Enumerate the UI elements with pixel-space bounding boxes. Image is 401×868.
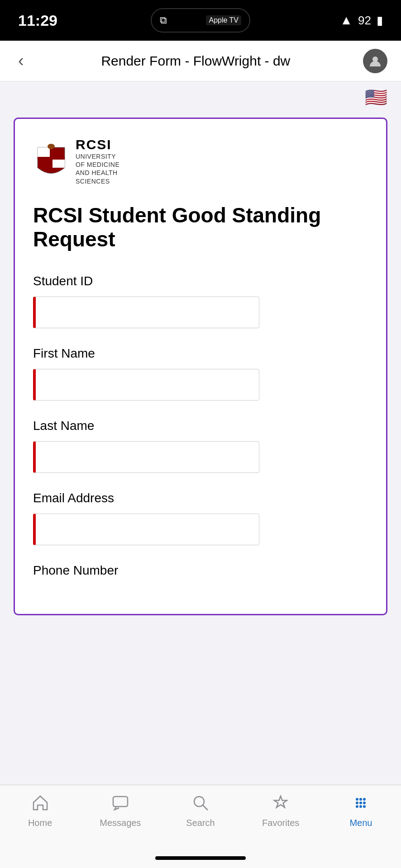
menu-icon: [351, 793, 370, 814]
search-label: Search: [186, 818, 215, 828]
svg-point-6: [48, 144, 51, 147]
back-button[interactable]: ‹: [14, 47, 29, 75]
menu-label: Menu: [349, 818, 372, 828]
messages-icon: [111, 793, 130, 814]
home-bar: [155, 856, 246, 860]
svg-rect-1: [38, 147, 51, 157]
di-overlap-icon: ⧉: [160, 14, 167, 26]
first-name-input[interactable]: [33, 369, 259, 401]
logo-text: RCSI UNIVERSITYOF MEDICINEAND HEALTHSCIE…: [76, 137, 119, 185]
dynamic-island: ⧉ Apple TV: [151, 8, 250, 33]
svg-point-15: [359, 802, 362, 804]
user-avatar[interactable]: [363, 49, 387, 73]
home-indicator: [0, 848, 401, 868]
rcsi-label: RCSI: [76, 137, 119, 152]
messages-label: Messages: [100, 818, 141, 828]
favorites-label: Favorites: [262, 818, 299, 828]
student-id-field-group: Student ID: [33, 274, 368, 328]
tab-messages[interactable]: Messages: [80, 793, 160, 828]
svg-point-9: [194, 797, 204, 807]
svg-rect-3: [50, 147, 53, 172]
last-name-label: Last Name: [33, 419, 368, 433]
last-name-field-group: Last Name: [33, 419, 368, 473]
svg-point-19: [363, 805, 366, 808]
flag-bar: 🇺🇸: [0, 81, 401, 113]
status-time: 11:29: [18, 12, 57, 29]
svg-rect-4: [38, 157, 65, 160]
nav-title: Render Form - FlowWright - dw: [29, 53, 363, 69]
email-field-group: Email Address: [33, 491, 368, 545]
tab-menu[interactable]: Menu: [321, 793, 401, 828]
search-icon: [191, 793, 210, 814]
us-flag[interactable]: 🇺🇸: [365, 87, 387, 108]
svg-point-5: [48, 144, 55, 149]
email-input[interactable]: [33, 514, 259, 545]
battery-level: 92: [358, 14, 371, 28]
svg-point-17: [356, 805, 358, 808]
wifi-icon: ▲: [340, 13, 353, 28]
coat-of-arms-icon: [33, 143, 69, 179]
svg-rect-8: [113, 797, 128, 807]
svg-point-7: [51, 144, 54, 147]
tab-bar: Home Messages Search Favorites: [0, 785, 401, 848]
tab-search[interactable]: Search: [160, 793, 240, 828]
svg-point-14: [356, 802, 358, 804]
nav-bar: ‹ Render Form - FlowWright - dw: [0, 41, 401, 81]
svg-point-11: [356, 798, 358, 801]
student-id-input[interactable]: [33, 297, 259, 328]
di-appletv-label: Apple TV: [206, 15, 241, 25]
rcsi-subtitle: UNIVERSITYOF MEDICINEAND HEALTHSCIENCES: [76, 152, 119, 185]
favorites-icon: [271, 793, 290, 814]
rcsi-logo: RCSI UNIVERSITYOF MEDICINEAND HEALTHSCIE…: [33, 137, 119, 185]
status-bar: 11:29 ⧉ Apple TV ▲ 92 ▮: [0, 0, 401, 41]
dynamic-island-area: ⧉ Apple TV: [151, 8, 250, 33]
tab-favorites[interactable]: Favorites: [241, 793, 321, 828]
student-id-label: Student ID: [33, 274, 368, 288]
main-content: RCSI UNIVERSITYOF MEDICINEAND HEALTHSCIE…: [0, 113, 401, 785]
logo-area: RCSI UNIVERSITYOF MEDICINEAND HEALTHSCIE…: [33, 137, 368, 185]
svg-point-12: [359, 798, 362, 801]
first-name-field-group: First Name: [33, 346, 368, 401]
phone-field-group: Phone Number: [33, 563, 368, 578]
svg-point-18: [359, 805, 362, 808]
svg-line-10: [203, 805, 208, 810]
status-right: ▲ 92 ▮: [340, 13, 383, 28]
form-title: RCSI Student Good Standing Request: [33, 203, 368, 251]
home-icon: [31, 793, 50, 814]
home-label: Home: [28, 818, 52, 828]
svg-point-13: [363, 798, 366, 801]
tab-home[interactable]: Home: [0, 793, 80, 828]
form-card: RCSI UNIVERSITYOF MEDICINEAND HEALTHSCIE…: [14, 118, 387, 615]
svg-point-16: [363, 802, 366, 804]
battery-icon: ▮: [377, 14, 383, 28]
email-label: Email Address: [33, 491, 368, 505]
phone-label: Phone Number: [33, 563, 368, 578]
last-name-input[interactable]: [33, 441, 259, 473]
first-name-label: First Name: [33, 346, 368, 361]
